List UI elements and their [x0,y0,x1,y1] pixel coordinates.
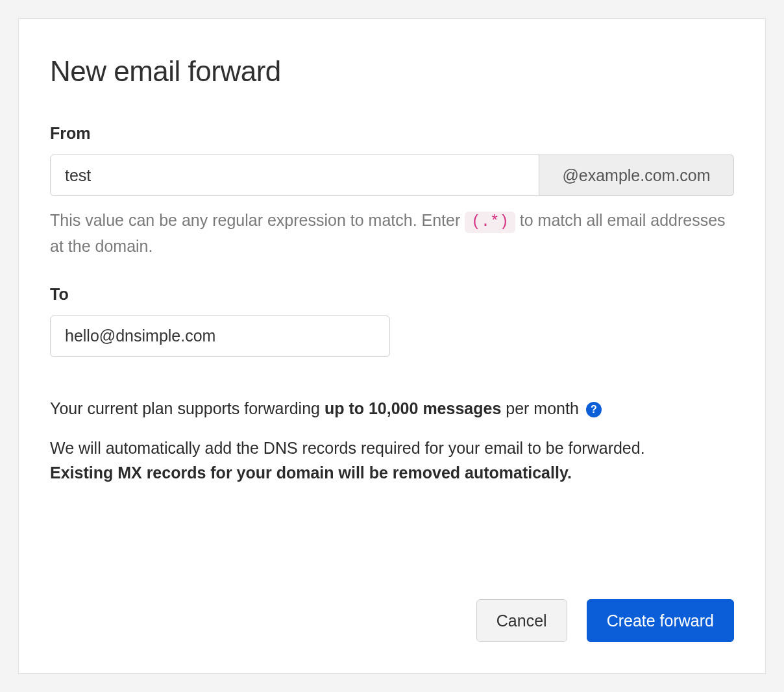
cancel-button[interactable]: Cancel [476,599,567,642]
info-block: Your current plan supports forwarding up… [50,396,734,486]
from-help-regex: (.*) [465,212,515,233]
to-input[interactable] [50,315,390,357]
from-help-text: This value can be any regular expression… [50,208,734,259]
plan-bold: up to 10,000 messages [325,399,501,417]
form-actions: Cancel Create forward [476,599,734,642]
email-forward-form: New email forward From @example.com.com … [18,18,766,674]
dns-note-text: We will automatically add the DNS record… [50,439,645,457]
plan-suffix: per month [501,399,583,417]
from-help-prefix: This value can be any regular expression… [50,211,465,229]
plan-prefix: Your current plan supports forwarding [50,399,325,417]
to-field-group: To [50,285,734,357]
from-label: From [50,124,734,143]
to-label: To [50,285,734,304]
from-field-group: From @example.com.com This value can be … [50,124,734,259]
page-title: New email forward [50,55,734,88]
dns-note: We will automatically add the DNS record… [50,436,734,486]
help-icon[interactable]: ? [586,402,602,417]
plan-info: Your current plan supports forwarding up… [50,396,734,421]
from-input[interactable] [50,154,539,196]
from-input-group: @example.com.com [50,154,734,196]
create-forward-button[interactable]: Create forward [587,599,734,642]
from-domain-suffix: @example.com.com [539,154,734,196]
mx-warning: Existing MX records for your domain will… [50,463,572,482]
